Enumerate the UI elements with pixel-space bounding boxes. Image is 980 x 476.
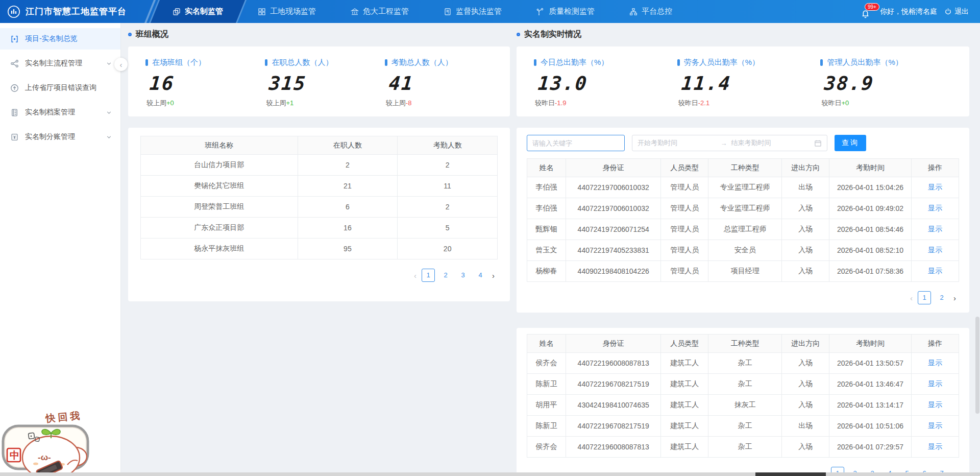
nav-tab-law[interactable]: 监督执法监管 [426, 0, 519, 23]
nav-tab-quality[interactable]: 质量检测监管 [519, 0, 612, 23]
table-cell: 440722196708217519 [566, 374, 661, 395]
table-cell: 440724197206071254 [566, 219, 661, 240]
show-link[interactable]: 显示 [928, 246, 942, 254]
upload-icon [10, 84, 19, 92]
notifications-button[interactable]: 99+ [861, 5, 873, 18]
show-link[interactable]: 显示 [928, 421, 942, 430]
pager-page-2[interactable]: 2 [935, 291, 948, 304]
query-button[interactable]: 查询 [835, 135, 866, 151]
col-header: 班组名称 [141, 136, 298, 155]
pager-next[interactable]: › [492, 271, 495, 280]
section-title-realtime: 实名制实时情况 [517, 29, 969, 39]
team-table-pagination: ‹1234› [140, 269, 498, 282]
nav-tab-label: 工地现场监管 [270, 7, 316, 16]
table-row: 胡用平430424198410074635建筑工人抹灰工入场2026-04-01… [527, 395, 959, 416]
window-scrollbar[interactable] [975, 23, 979, 472]
bank-icon [351, 8, 359, 16]
overview-scan-icon [10, 35, 19, 43]
nav-tab-realname[interactable]: 实名制监管 [155, 0, 240, 23]
keyword-input[interactable] [527, 135, 625, 151]
table-cell: 李伯强 [527, 177, 566, 198]
show-link[interactable]: 显示 [928, 379, 942, 388]
stat-delta: 较昨日+0 [821, 99, 964, 108]
sidebar-collapse-handle[interactable]: ‹ [114, 58, 128, 71]
stat-bullet-icon [265, 59, 267, 66]
power-icon [944, 8, 952, 15]
sidebar-item-label: 实名制主流程管理 [25, 59, 100, 68]
table-cell: 胡用平 [527, 395, 566, 416]
show-link[interactable]: 显示 [928, 225, 942, 233]
nav-tab-site[interactable]: 工地现场监管 [240, 0, 333, 23]
nav-tab-label: 监督执法监管 [456, 7, 502, 16]
pager-page-3[interactable]: 3 [456, 269, 470, 282]
table-cell: 2026-04-01 13:46:47 [829, 374, 912, 395]
table-cell: 项目经理 [708, 261, 782, 282]
table-cell: 2026-04-01 08:54:46 [829, 219, 912, 240]
sidebar-item-overview[interactable]: 项目-实名制总览 [0, 28, 120, 50]
stat-delta: 较昨日-1.9 [535, 99, 677, 108]
col-header: 进出方向 [782, 335, 829, 353]
table-cell: 440722196708217519 [566, 416, 661, 437]
table-row: 李伯强440722197006010032管理人员专业监理工程师入场2026-0… [527, 198, 959, 219]
table-cell: 陈新卫 [527, 374, 566, 395]
table-cell: 甄辉钿 [527, 219, 566, 240]
col-header: 操作 [911, 159, 959, 177]
show-link[interactable]: 显示 [928, 183, 942, 191]
show-link[interactable]: 显示 [928, 442, 942, 450]
date-end-placeholder: 结束考勤时间 [731, 138, 811, 148]
col-header: 工种类型 [708, 335, 782, 353]
site-grid-icon [258, 8, 266, 16]
stat-value: 16 [149, 73, 266, 94]
sidebar-item-upload-errors[interactable]: 上传省厅项目错误查询 [0, 77, 120, 99]
table-cell: 440722197006010032 [566, 198, 661, 219]
pager-page-4[interactable]: 4 [474, 269, 487, 282]
show-link[interactable]: 显示 [928, 204, 942, 212]
logout-button[interactable]: 退出 [944, 7, 969, 16]
show-link[interactable]: 显示 [928, 359, 942, 367]
sidebar-item-label: 实名制档案管理 [25, 108, 100, 117]
nav-tab-platform[interactable]: 平台总控 [612, 0, 690, 23]
stat-label: 今日总出勤率（%） [541, 58, 608, 67]
section-title-team: 班组概况 [128, 29, 510, 39]
pager-next[interactable]: › [953, 294, 956, 302]
main-nav: 实名制监管 工地现场监管 危大工程监管 监督执法监管 [155, 0, 861, 23]
nav-tab-danger[interactable]: 危大工程监管 [333, 0, 426, 23]
app-title: 江门市智慧工地监管平台 [26, 6, 127, 17]
stat-bullet-icon [820, 59, 823, 66]
pager-prev[interactable]: ‹ [414, 271, 416, 280]
sidebar-item-mainflow[interactable]: 实名制主流程管理 [0, 53, 120, 74]
table-cell: 出场 [782, 177, 829, 198]
date-range-picker[interactable]: 开始考勤时间 → 结束考勤时间 [632, 135, 827, 151]
table-cell: 周登荣普工班组 [141, 197, 298, 218]
logout-label: 退出 [954, 7, 969, 16]
stat-value: 13.0 [537, 73, 678, 94]
stat-bullet-icon [145, 59, 148, 66]
mascot-sticker[interactable]: 快回我 -ω- 中 [0, 408, 93, 476]
notification-badge: 99+ [865, 3, 879, 11]
show-link[interactable]: 显示 [928, 267, 942, 275]
sidebar-item-archive[interactable]: 实名制档案管理 [0, 102, 120, 123]
pager-page-1[interactable]: 1 [422, 269, 435, 282]
sidebar-item-ledger[interactable]: 实名制分账管理 [0, 126, 120, 148]
stat-label: 在场班组（个） [152, 58, 206, 67]
table-cell: 440722196008087813 [566, 353, 661, 374]
pager-page-2[interactable]: 2 [439, 269, 452, 282]
show-link[interactable]: 显示 [928, 400, 942, 409]
pager-prev[interactable]: ‹ [910, 294, 913, 302]
table-cell: 李伯强 [527, 198, 566, 219]
table-cell: 2026-04-01 10:51:06 [829, 416, 912, 437]
table-cell: 入场 [782, 353, 829, 374]
col-header: 进出方向 [782, 159, 829, 177]
pager-page-1[interactable]: 1 [918, 291, 931, 304]
range-arrow-icon: → [721, 139, 727, 147]
table-cell: 入场 [782, 219, 829, 240]
stat-value: 315 [268, 73, 386, 94]
scrollbar-thumb[interactable] [975, 317, 979, 414]
stat-delta: 较上周-8 [386, 99, 504, 108]
stat-delta: 较上周+1 [266, 99, 384, 108]
quality-branch-icon [536, 8, 545, 16]
table-row: 陈新卫440722196708217519建筑工人杂工出场2026-04-01 … [527, 416, 959, 437]
table-cell: 2 [398, 197, 498, 218]
table-row: 台山信力项目部22 [141, 155, 498, 176]
table-cell: 管理人员 [661, 177, 708, 198]
